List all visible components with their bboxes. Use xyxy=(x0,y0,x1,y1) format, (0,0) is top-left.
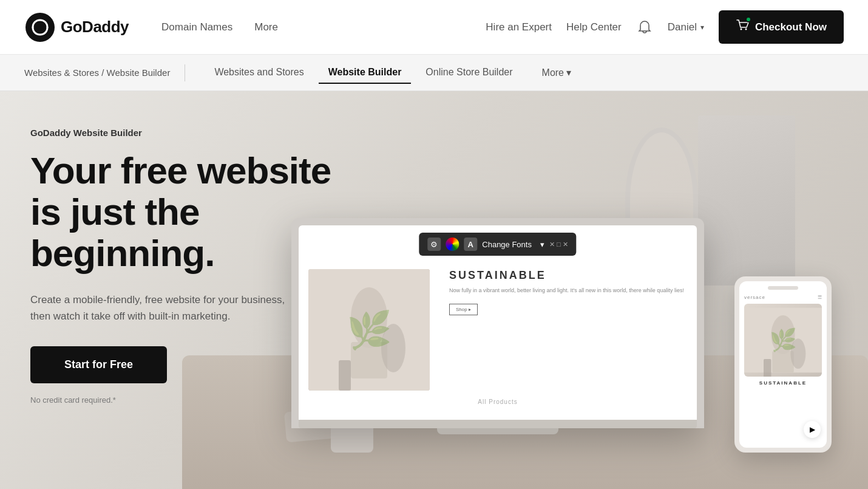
svg-rect-5 xyxy=(351,342,387,378)
phone-menu-icon: ☰ xyxy=(818,295,822,300)
svg-rect-12 xyxy=(764,359,771,377)
screen-text-area: SUSTAINABLE Now fully in a vibrant world… xyxy=(439,259,697,420)
sub-nav-tabs: Websites and Stores Website Builder Onli… xyxy=(205,62,581,84)
phone-mockup: versace ☰ SUSTAINABLE ▶ xyxy=(734,276,832,453)
color-palette-icon xyxy=(446,238,459,251)
screen-all-products: All Products xyxy=(478,398,517,405)
screen-brand-name: SUSTAINABLE xyxy=(449,269,687,282)
hero-note: No credit card required.* xyxy=(30,395,334,405)
laptop-screen: ⚙ A Change Fonts ▾ ✕ □ ✕ xyxy=(299,225,697,420)
toolbar-chevron-icon: ▾ xyxy=(540,240,544,249)
svg-rect-7 xyxy=(339,360,351,391)
checkout-button[interactable]: Checkout Now xyxy=(719,10,844,44)
phone-brand: versace xyxy=(744,295,765,300)
tab-online-store[interactable]: Online Store Builder xyxy=(416,62,522,84)
phone-outer: versace ☰ SUSTAINABLE ▶ xyxy=(734,276,832,453)
laptop-mockup: ⚙ A Change Fonts ▾ ✕ □ ✕ xyxy=(291,218,704,428)
svg-point-0 xyxy=(25,13,55,42)
breadcrumb: Websites & Stores / Website Builder xyxy=(24,67,170,78)
nav-right: Hire an Expert Help Center Daniel ▾ Chec… xyxy=(486,10,844,44)
nav-more[interactable]: More xyxy=(246,16,287,38)
sub-nav-more[interactable]: More ▾ xyxy=(532,62,581,83)
hero-title: Your free website is just the beginning. xyxy=(30,150,334,275)
phone-brand-label: SUSTAINABLE xyxy=(744,380,822,386)
concrete-decoration xyxy=(698,115,795,286)
svg-point-6 xyxy=(381,324,405,372)
hero-subtitle: GoDaddy Website Builder xyxy=(30,128,334,138)
font-icon: A xyxy=(464,238,477,251)
phone-screen: versace ☰ SUSTAINABLE ▶ xyxy=(739,281,827,448)
phone-play-button[interactable]: ▶ xyxy=(804,421,821,438)
checkout-label: Checkout Now xyxy=(755,21,827,33)
toolbar-controls: ✕ □ ✕ xyxy=(549,241,568,248)
phone-header: versace ☰ xyxy=(744,295,822,300)
sub-nav: Websites & Stores / Website Builder Webs… xyxy=(0,55,868,91)
top-nav: GoDaddy Domain Names More Hire an Expert… xyxy=(0,0,868,55)
phone-content: versace ☰ SUSTAINABLE xyxy=(739,290,827,391)
cart-badge xyxy=(745,16,751,22)
chevron-down-icon: ▾ xyxy=(566,67,571,78)
svg-point-2 xyxy=(745,29,747,30)
laptop-base xyxy=(299,420,697,428)
nav-divider xyxy=(185,64,185,81)
tab-website-builder[interactable]: Website Builder xyxy=(319,62,412,84)
user-name: Daniel xyxy=(668,21,697,33)
screen-shop-btn[interactable]: Shop ▸ xyxy=(449,304,478,315)
nav-domain-names[interactable]: Domain Names xyxy=(153,16,241,38)
gear-icon: ⚙ xyxy=(427,238,441,251)
toolbar-change-fonts[interactable]: Change Fonts xyxy=(482,240,532,249)
nav-left: Domain Names More xyxy=(153,16,486,38)
svg-rect-10 xyxy=(772,351,794,373)
start-free-button[interactable]: Start for Free xyxy=(30,346,167,383)
nav-help-center[interactable]: Help Center xyxy=(566,21,622,33)
laptop-screen-outer: ⚙ A Change Fonts ▾ ✕ □ ✕ xyxy=(291,218,704,428)
brand-name: GoDaddy xyxy=(61,18,129,36)
user-menu[interactable]: Daniel ▾ xyxy=(668,21,704,33)
hero-content: GoDaddy Website Builder Your free websit… xyxy=(30,128,334,405)
nav-hire-expert[interactable]: Hire an Expert xyxy=(486,21,552,33)
svg-point-4 xyxy=(351,287,387,348)
notification-bell-icon[interactable] xyxy=(636,19,653,36)
website-builder-toolbar: ⚙ A Change Fonts ▾ ✕ □ ✕ xyxy=(419,233,576,256)
tab-websites-stores[interactable]: Websites and Stores xyxy=(205,62,313,84)
cart-icon xyxy=(736,19,749,35)
screen-content: SUSTAINABLE Now fully in a vibrant world… xyxy=(299,259,697,420)
hero-section: 🌿 ⚙ A Change Fonts ▾ ✕ □ ✕ xyxy=(0,91,868,489)
logo[interactable]: GoDaddy xyxy=(24,12,129,43)
svg-point-1 xyxy=(740,29,742,30)
hero-description: Create a mobile-friendly, free website f… xyxy=(30,292,285,324)
svg-point-11 xyxy=(790,338,805,369)
screen-description: Now fully in a vibrant world, better liv… xyxy=(449,287,687,295)
phone-product-image xyxy=(744,304,822,377)
chevron-down-icon: ▾ xyxy=(700,23,704,32)
svg-point-9 xyxy=(771,315,795,354)
